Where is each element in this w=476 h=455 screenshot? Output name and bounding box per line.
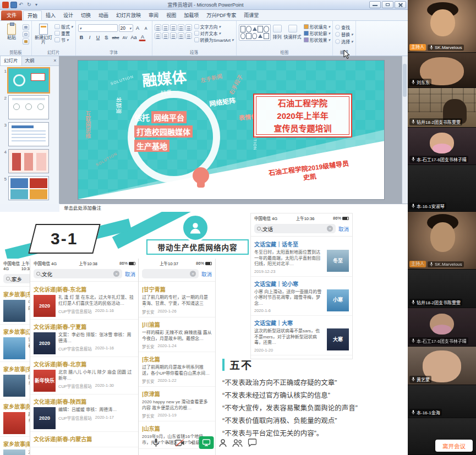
font-size-select[interactable]: 20 [119,24,133,32]
qat-dropdown-icon[interactable] [35,2,42,8]
font-group: 20 A A B I U S abc AV Aa A 字体 [76,21,152,56]
tab-view[interactable]: 视图 [162,10,180,20]
increase-indent-button[interactable] [178,24,184,31]
paste-button[interactable]: 粘贴 [2,23,21,49]
participants-button[interactable] [232,438,243,447]
tab-animations[interactable]: 动画 [95,10,112,20]
tab-review[interactable]: 审阅 [145,10,162,20]
participant-tile[interactable]: 钻井18-2团支书陈雯雯 [408,270,476,308]
cut-button[interactable] [23,24,29,30]
panel-close-icon[interactable]: × [51,56,59,65]
title-bar: 宣传员培训 - Microsoft PowerPoint [0,0,408,10]
leave-meeting-button[interactable]: 离开会议 [435,440,473,452]
participant-tile[interactable]: 黄艺蒙 [408,347,476,385]
slide-thumbnail-2[interactable]: 2 [1,95,59,119]
shape-fill-button[interactable]: 形状填充 [304,24,331,30]
align-left-button[interactable] [155,32,161,39]
search-icon [36,272,40,276]
article-item: 文化诉递|新春-东北篇 2020 扎 逢 灯 笼 在东北，过大年扎灯笼、挂红灯是… [30,282,139,320]
new-slide-button[interactable]: 新建幻灯片 [34,23,53,49]
camera-button[interactable] [174,439,184,447]
mic-button[interactable] [151,438,160,448]
justify-button[interactable] [178,32,184,39]
strikethrough-button[interactable]: abc [111,34,121,41]
participant-tile[interactable]: 本-石工17-6团支书林子晴 [408,308,476,347]
italic-button[interactable]: I [86,34,94,41]
tab-insert[interactable]: 插入 [42,10,59,20]
change-case-button[interactable]: Aa [129,34,138,41]
member-button[interactable] [218,438,227,447]
slide-main-text: 依托网络平台 打造校园融媒体 生产基地 [134,111,193,152]
columns-button[interactable] [185,32,192,39]
rule-item: “不发表政治方向不正确或存疑的文章” [222,377,405,390]
tab-design[interactable]: 设计 [59,10,77,20]
canvas-scrollbar[interactable] [402,56,408,204]
grow-font-button[interactable]: A [134,24,141,32]
arrange-button[interactable]: 排列 [273,23,282,49]
bold-button[interactable]: B [78,34,85,41]
shadow-button[interactable]: S [103,34,110,41]
shape-outline-button[interactable]: 形状轮廓 [304,30,331,36]
slide-thumbnail-4[interactable]: 4 [1,149,59,173]
decrease-indent-button[interactable] [170,24,177,31]
align-text-button[interactable]: 对齐文本 [194,30,234,36]
slide-thumbnail-5[interactable]: 5 [1,176,59,200]
save-icon[interactable] [10,2,17,8]
tab-transitions[interactable]: 切换 [77,10,95,20]
tab-outline-pane[interactable]: 大纲 [22,56,38,65]
tab-pdf[interactable]: 万兴PDF专家 [203,10,240,20]
slide-thumbnail-3[interactable]: 3 [1,122,59,146]
participant-tile[interactable]: 主持人 SK.Marvelous [408,0,476,53]
section-button[interactable]: 节 [54,37,73,43]
undo-icon[interactable] [19,2,25,8]
shape-effects-button[interactable]: 形状效果 [304,37,331,43]
camera-options-chevron-icon[interactable] [189,441,194,445]
select-button[interactable]: 选择 [335,39,353,45]
shapes-gallery[interactable] [239,24,271,41]
format-painter-button[interactable] [23,39,29,45]
shrink-font-button[interactable]: A [143,24,150,32]
tab-slides-pane[interactable]: 幻灯片 [0,56,22,65]
quick-styles-button[interactable]: 快速样式 [284,23,302,49]
slide-editing-area[interactable]: 融媒体 抖音 SOLUTION SOLUTION SOLUTION 新媒体 互联… [78,61,384,199]
align-right-button[interactable] [170,32,177,39]
chat-button[interactable] [248,438,256,447]
align-center-button[interactable] [162,32,169,39]
find-button[interactable]: 查找 [335,24,353,30]
powerpoint-window: 宣传员培训 - Microsoft PowerPoint 文件 开始 插入 设计… [0,0,408,212]
smartart-button[interactable]: 转换为SmartArt [194,37,234,43]
mic-options-chevron-icon[interactable] [165,441,169,445]
participant-tile[interactable]: 本-16-1金海 [408,385,476,418]
font-family-select[interactable] [78,24,118,32]
font-color-button[interactable]: A [139,34,146,41]
tab-home[interactable]: 开始 [23,10,42,20]
maximize-button[interactable] [382,1,393,8]
tab-slideshow[interactable]: 幻灯片放映 [112,10,145,20]
line-spacing-button[interactable] [185,24,192,31]
replace-button[interactable]: 替换 [335,31,353,37]
tab-file[interactable]: 文件 [1,10,22,20]
share-screen-button[interactable] [199,436,214,449]
participant-tile[interactable]: 刘东东 [408,53,476,88]
participant-tile[interactable]: 主持人 SK.Marvelous [408,212,476,270]
slide-thumbnail-1[interactable]: 1 [1,68,59,92]
minimize-button[interactable] [369,1,381,8]
text-direction-button[interactable]: 文字方向 [194,24,234,30]
tab-addins[interactable]: 加载项 [180,10,203,20]
numbering-button[interactable] [162,24,169,31]
participant-tile[interactable]: 钻井18-2团支书陈雯雯 [408,88,476,128]
reset-button[interactable]: 重置 [54,30,73,36]
close-button[interactable] [395,1,406,8]
participant-tile[interactable]: 本-石工17-6团支书林子晴 [408,128,476,165]
copy-button[interactable] [23,31,29,37]
phone-screenshot-2: 中国电信 4G 上午10:38 86% 文化× 取消 文化诉递|新春-东北篇 2… [30,259,139,455]
redo-icon[interactable] [27,2,34,8]
layout-button[interactable]: 版式 [54,24,73,30]
participant-tile[interactable]: 本-16-1安淑琴 [408,165,476,212]
tab-yuketang[interactable]: 雨课堂 [240,10,262,20]
bullets-button[interactable] [155,24,161,31]
underline-button[interactable]: U [95,34,102,41]
lightbulb-icon-base [197,183,205,188]
notes-pane[interactable]: 单击此处添加备注 [59,204,408,212]
char-spacing-button[interactable]: AV [121,34,128,41]
